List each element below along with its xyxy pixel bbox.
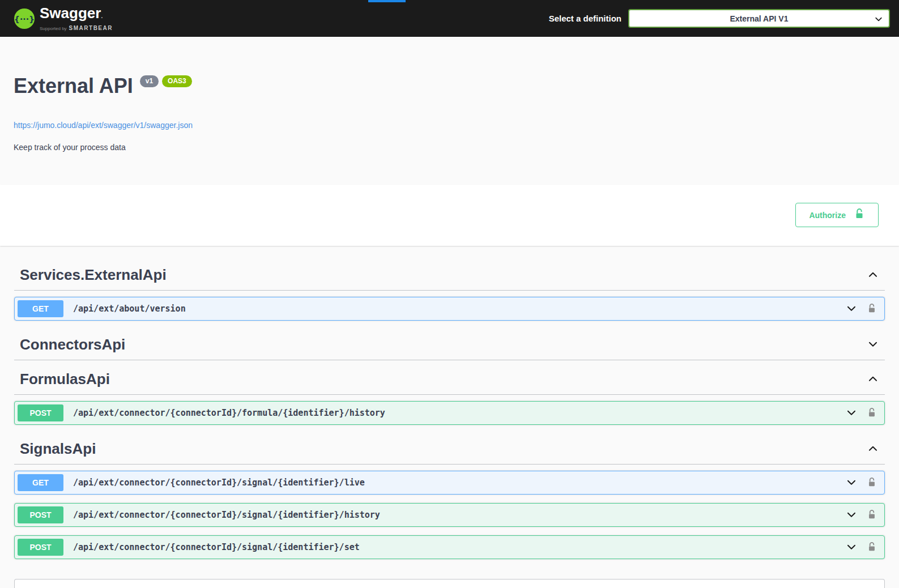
section-title: SignalsApi (20, 440, 96, 457)
logo-trademark: . (101, 13, 103, 19)
section-header-signalsapi[interactable]: SignalsApi (14, 433, 885, 465)
supported-by-label: Supported by (40, 26, 67, 31)
method-badge: POST (18, 404, 63, 421)
authorize-button-label: Authorize (809, 210, 846, 221)
chevron-up-icon[interactable] (867, 269, 879, 281)
unlocked-padlock-icon (854, 208, 865, 222)
section-header-services-externalapi[interactable]: Services.ExternalApi (14, 259, 885, 291)
section-header-formulasapi[interactable]: FormulasApi (14, 364, 885, 395)
chevron-up-icon[interactable] (867, 442, 879, 455)
chevron-down-icon[interactable] (845, 407, 858, 419)
operation-lock-button[interactable] (867, 542, 877, 553)
method-badge: GET (18, 474, 63, 491)
definition-selector-group: Select a definition External API V1 (549, 9, 890, 28)
spec-url-link[interactable]: https://jumo.cloud/api/ext/swagger/v1/sw… (14, 121, 193, 130)
chevron-down-icon[interactable] (867, 338, 879, 351)
tag-section-formulasapi: FormulasApi POST /api/ext/connector/{con… (14, 364, 885, 425)
chevron-up-icon[interactable] (867, 373, 879, 385)
operation-row[interactable]: GET /api/ext/about/version (14, 297, 885, 321)
tag-section-connectorsapi: ConnectorsApi (14, 329, 885, 360)
unlocked-padlock-icon (867, 509, 877, 521)
operation-lock-button[interactable] (867, 303, 877, 315)
swagger-logo-text: Swagger. (40, 6, 113, 24)
operation-row[interactable]: POST /api/ext/connector/{connectorId}/fo… (14, 401, 885, 425)
operation-path: /api/ext/connector/{connectorId}/signal/… (73, 478, 365, 488)
chevron-down-icon[interactable] (845, 476, 858, 489)
topbar: {···} Swagger. Supported by SMARTBEAR Se… (0, 0, 899, 37)
scheme-container: Authorize (0, 185, 899, 246)
version-badge: v1 (140, 75, 159, 87)
unlocked-padlock-icon (867, 542, 877, 553)
operation-row[interactable]: POST /api/ext/connector/{connectorId}/si… (14, 535, 885, 559)
authorize-button[interactable]: Authorize (795, 203, 879, 227)
swagger-logo-icon: {···} (14, 8, 35, 29)
operation-lock-button[interactable] (867, 407, 877, 419)
tag-section-services-externalapi: Services.ExternalApi GET /api/ext/about/… (14, 259, 885, 321)
section-title: Services.ExternalApi (20, 266, 167, 283)
section-title: ConnectorsApi (20, 336, 125, 353)
tag-section-signalsapi: SignalsApi GET /api/ext/connector/{conne… (14, 433, 885, 559)
supported-by-line: Supported by SMARTBEAR (40, 25, 113, 31)
method-badge: POST (18, 539, 63, 556)
method-badge: GET (18, 300, 63, 317)
unlocked-padlock-icon (867, 477, 877, 489)
operation-path: /api/ext/connector/{connectorId}/signal/… (73, 542, 360, 552)
section-header-connectorsapi[interactable]: ConnectorsApi (14, 329, 885, 360)
svg-text:{···}: {···} (14, 14, 35, 23)
api-description: Keep track of your process data (14, 143, 885, 152)
chevron-down-icon (874, 15, 883, 24)
unlocked-padlock-icon (867, 303, 877, 315)
chevron-down-icon[interactable] (845, 541, 858, 553)
operation-lock-button[interactable] (867, 477, 877, 489)
api-info-section: External API v1 OAS3 https://jumo.cloud/… (0, 37, 899, 185)
unlocked-padlock-icon (867, 407, 877, 419)
operation-lock-button[interactable] (867, 509, 877, 521)
operation-row[interactable]: POST /api/ext/connector/{connectorId}/si… (14, 503, 885, 527)
definition-select[interactable]: External API V1 (628, 9, 890, 28)
operations-wrapper: Services.ExternalApi GET /api/ext/about/… (0, 246, 899, 588)
oas3-badge: OAS3 (162, 75, 192, 87)
operation-path: /api/ext/about/version (73, 304, 186, 314)
top-blue-strip (368, 0, 406, 2)
method-badge: POST (18, 506, 63, 523)
operation-row[interactable]: GET /api/ext/connector/{connectorId}/sig… (14, 471, 885, 495)
schemas-section-header[interactable]: Schemas (14, 579, 885, 588)
operation-path: /api/ext/connector/{connectorId}/signal/… (73, 510, 380, 520)
smartbear-brand: SMARTBEAR (69, 25, 113, 31)
definition-select-value: External API V1 (730, 14, 789, 23)
swagger-logo-link[interactable]: {···} Swagger. Supported by SMARTBEAR (14, 6, 113, 31)
chevron-down-icon[interactable] (845, 302, 858, 315)
operation-path: /api/ext/connector/{connectorId}/formula… (73, 408, 385, 418)
definition-select-label: Select a definition (549, 14, 621, 23)
page-title: External API v1 OAS3 (14, 74, 885, 98)
chevron-down-icon[interactable] (845, 509, 858, 521)
section-title: FormulasApi (20, 370, 110, 387)
api-title-text: External API (14, 74, 133, 98)
